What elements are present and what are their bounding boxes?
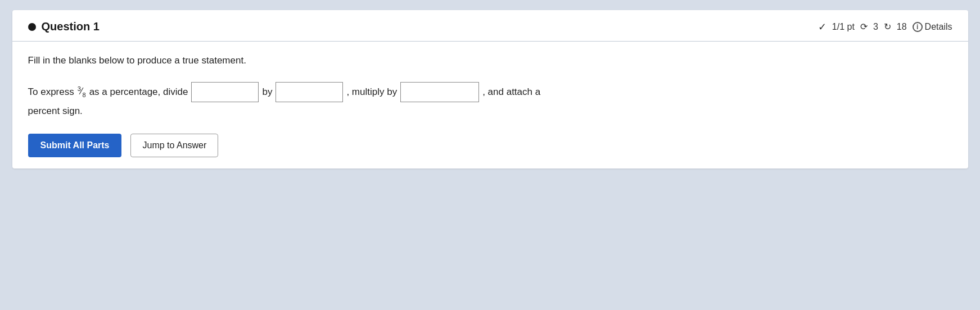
refresh-icon: ↻ (884, 21, 891, 32)
button-row: Submit All Parts Jump to Answer (28, 134, 952, 157)
question-title: Question 1 (28, 20, 100, 33)
line1-part4: , and attach a (482, 86, 540, 98)
line1-part1: To express (28, 86, 74, 98)
blank-input-1[interactable] (191, 82, 259, 102)
question-card: Question 1 ✓ 1/1 pt ⟳ 3 ↻ 18 i Details F… (12, 10, 968, 168)
fraction-label: 3⁄8 (78, 85, 86, 98)
line1-part3: , multiply by (346, 86, 397, 98)
question-label: Question 1 (42, 20, 100, 33)
question-header: Question 1 ✓ 1/1 pt ⟳ 3 ↻ 18 i Details (12, 10, 968, 42)
details-link[interactable]: i Details (913, 22, 952, 32)
by-label: by (262, 86, 272, 98)
blank-input-3[interactable] (400, 82, 479, 102)
fill-in-line: To express 3⁄8 as a percentage, divide b… (28, 82, 952, 102)
info-icon: i (913, 22, 923, 32)
second-line: percent sign. (28, 106, 952, 117)
score-label: 1/1 pt (832, 22, 855, 32)
jump-to-answer-button[interactable]: Jump to Answer (130, 134, 218, 157)
blank-input-2[interactable] (276, 82, 343, 102)
details-label: Details (925, 22, 952, 32)
instruction-text: Fill in the blanks below to produce a tr… (28, 55, 952, 66)
question-dot-icon (28, 23, 36, 31)
attempts-count: 18 (897, 22, 907, 32)
retry-icon: ⟳ (860, 21, 868, 32)
question-meta: ✓ 1/1 pt ⟳ 3 ↻ 18 i Details (818, 21, 952, 33)
retries-count: 3 (873, 22, 878, 32)
submit-all-parts-button[interactable]: Submit All Parts (28, 134, 122, 157)
line1-part2: as a percentage, divide (89, 86, 188, 98)
question-body: Fill in the blanks below to produce a tr… (12, 42, 968, 168)
checkmark-icon: ✓ (818, 21, 827, 33)
